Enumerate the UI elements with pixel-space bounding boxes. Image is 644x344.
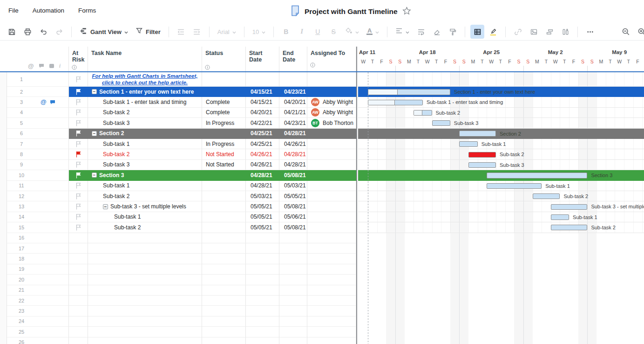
at-risk-cell[interactable] bbox=[69, 275, 88, 285]
end-date-cell[interactable]: 04/28/21 bbox=[279, 149, 307, 159]
at-risk-cell[interactable] bbox=[69, 254, 88, 264]
row-number-cell[interactable]: 8 bbox=[7, 149, 69, 159]
start-date-cell[interactable] bbox=[246, 72, 279, 87]
gantt-bar[interactable] bbox=[468, 152, 496, 158]
at-risk-cell[interactable] bbox=[69, 149, 88, 159]
at-risk-cell[interactable] bbox=[69, 170, 88, 180]
end-date-cell[interactable] bbox=[279, 72, 307, 87]
start-date-cell[interactable]: 04/28/21 bbox=[246, 170, 279, 180]
at-risk-cell[interactable] bbox=[69, 129, 88, 139]
task-name-cell[interactable]: Sub-task 1 bbox=[88, 139, 202, 149]
status-cell[interactable] bbox=[202, 275, 246, 285]
image-button[interactable] bbox=[527, 25, 541, 39]
task-name-cell[interactable] bbox=[88, 337, 202, 344]
status-cell[interactable] bbox=[202, 129, 246, 139]
start-date-cell[interactable]: 05/03/21 bbox=[246, 191, 279, 201]
task-name-cell[interactable]: Sub-task 2 bbox=[88, 191, 202, 201]
row-number-cell[interactable]: 11 bbox=[7, 181, 69, 191]
more-options-button[interactable] bbox=[583, 25, 597, 39]
help-link[interactable]: For help with Gantt Charts in Smartsheet… bbox=[88, 73, 202, 86]
comment-icon[interactable] bbox=[39, 63, 44, 69]
info-icon[interactable] bbox=[205, 63, 210, 72]
end-date-cell[interactable]: 05/08/21 bbox=[279, 201, 307, 212]
gantt-bar[interactable] bbox=[414, 110, 432, 116]
row-number-cell[interactable]: 5 bbox=[7, 118, 69, 128]
row-number-cell[interactable]: 19 bbox=[7, 264, 69, 275]
flag-icon[interactable] bbox=[75, 141, 81, 147]
task-name-cell[interactable]: −Section 1 - enter your own text here bbox=[88, 87, 202, 97]
info-icon[interactable] bbox=[72, 63, 77, 72]
status-cell[interactable] bbox=[202, 337, 246, 344]
menu-file[interactable]: File bbox=[8, 7, 19, 14]
start-date-cell[interactable]: 04/25/21 bbox=[246, 129, 279, 139]
layers-icon[interactable] bbox=[542, 25, 556, 39]
status-cell[interactable] bbox=[202, 296, 246, 306]
task-name-cell[interactable]: −Section 2 bbox=[88, 129, 202, 139]
task-name-cell[interactable] bbox=[88, 243, 202, 254]
task-name-cell[interactable]: Sub-task 1 bbox=[88, 212, 202, 222]
end-date-cell[interactable]: 05/08/21 bbox=[279, 222, 307, 233]
status-cell[interactable] bbox=[202, 72, 246, 87]
start-date-cell[interactable] bbox=[246, 233, 279, 243]
fill-color-button[interactable] bbox=[342, 25, 362, 39]
row-number-cell[interactable]: 17 bbox=[7, 243, 69, 254]
italic-button[interactable]: I bbox=[295, 25, 309, 39]
status-cell[interactable] bbox=[202, 191, 246, 201]
end-date-cell[interactable]: 04/20/21 bbox=[279, 97, 307, 107]
assigned-to-cell[interactable] bbox=[307, 243, 356, 254]
end-date-cell[interactable] bbox=[279, 254, 307, 264]
gantt-bar[interactable] bbox=[487, 183, 542, 189]
at-risk-cell[interactable] bbox=[69, 139, 88, 149]
gantt-bar[interactable] bbox=[551, 214, 569, 220]
collapse-toggle[interactable]: − bbox=[92, 172, 97, 178]
flag-icon[interactable] bbox=[75, 120, 81, 126]
end-date-cell[interactable]: 05/06/21 bbox=[279, 212, 307, 222]
start-date-cell[interactable] bbox=[246, 337, 279, 344]
status-cell[interactable] bbox=[202, 181, 246, 191]
end-date-cell[interactable]: 05/05/21 bbox=[279, 191, 307, 201]
at-risk-cell[interactable] bbox=[69, 108, 88, 118]
start-date-cell[interactable]: 05/05/21 bbox=[246, 201, 279, 212]
row-number-cell[interactable]: 4 bbox=[7, 108, 69, 118]
end-date-cell[interactable] bbox=[279, 264, 307, 275]
status-cell[interactable] bbox=[202, 170, 246, 180]
start-date-cell[interactable] bbox=[246, 316, 279, 327]
start-date-cell[interactable] bbox=[246, 254, 279, 264]
row-number-cell[interactable]: 15 bbox=[7, 222, 69, 233]
flag-icon[interactable] bbox=[75, 161, 81, 168]
row-number-cell[interactable]: 13 bbox=[7, 201, 69, 212]
status-cell[interactable] bbox=[202, 264, 246, 275]
at-risk-cell[interactable] bbox=[69, 87, 88, 97]
gantt-bar[interactable] bbox=[468, 162, 496, 168]
favorite-star-icon[interactable] bbox=[402, 7, 411, 17]
flag-icon[interactable] bbox=[75, 99, 81, 105]
at-risk-cell[interactable] bbox=[69, 296, 88, 306]
end-date-cell[interactable] bbox=[279, 327, 307, 337]
task-name-cell[interactable]: −Sub-task 3 - set multiple levels bbox=[88, 201, 202, 212]
assigned-to-cell[interactable] bbox=[307, 285, 356, 296]
end-date-cell[interactable] bbox=[279, 296, 307, 306]
end-date-cell[interactable]: 05/03/21 bbox=[279, 181, 307, 191]
start-date-cell[interactable]: 04/25/21 bbox=[246, 139, 279, 149]
view-switcher[interactable]: Gantt View bbox=[77, 25, 131, 39]
assigned-to-cell[interactable] bbox=[307, 181, 356, 191]
end-date-cell[interactable]: 05/08/21 bbox=[279, 170, 307, 180]
at-risk-cell[interactable] bbox=[69, 337, 88, 344]
assigned-to-cell[interactable] bbox=[307, 264, 356, 275]
columns-icon[interactable] bbox=[558, 25, 572, 39]
assigned-to-cell[interactable] bbox=[307, 254, 356, 264]
at-risk-cell[interactable] bbox=[69, 264, 88, 275]
task-name-cell[interactable]: Sub-task 3 bbox=[88, 160, 202, 170]
status-cell[interactable]: In Progress bbox=[202, 139, 246, 149]
flag-icon[interactable] bbox=[75, 76, 81, 83]
flag-icon[interactable] bbox=[75, 130, 81, 137]
task-name-cell[interactable] bbox=[88, 327, 202, 337]
start-date-cell[interactable] bbox=[246, 327, 279, 337]
at-risk-cell[interactable] bbox=[69, 243, 88, 254]
at-risk-cell[interactable] bbox=[69, 97, 88, 107]
start-date-cell[interactable]: 05/05/21 bbox=[246, 222, 279, 233]
gantt-bar[interactable] bbox=[432, 120, 450, 126]
flag-icon[interactable] bbox=[75, 182, 81, 189]
row-number-cell[interactable]: 20 bbox=[7, 275, 69, 285]
status-cell[interactable] bbox=[202, 254, 246, 264]
